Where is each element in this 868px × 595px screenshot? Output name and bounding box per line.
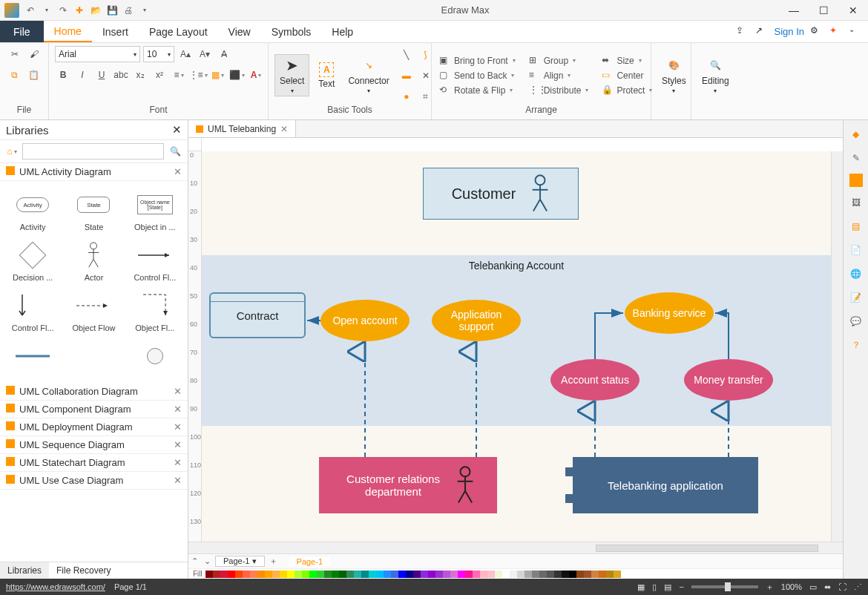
shape-cflow2[interactable]: Control Fl... bbox=[3, 288, 62, 335]
section-close-icon[interactable]: ✕ bbox=[174, 439, 182, 450]
color-swatch[interactable] bbox=[243, 571, 250, 578]
section-close-icon[interactable]: ✕ bbox=[174, 457, 182, 468]
new-icon[interactable]: ✚ bbox=[73, 4, 86, 17]
color-swatch[interactable] bbox=[272, 571, 280, 578]
settings-icon[interactable]: ⚙ bbox=[810, 25, 823, 39]
node-contract[interactable]: Contract bbox=[209, 292, 306, 338]
undo-dropdown-icon[interactable]: ▾ bbox=[40, 4, 53, 17]
brand-icon[interactable]: ✦ bbox=[829, 25, 843, 39]
image-icon[interactable]: 🖼 bbox=[848, 194, 864, 211]
lib-section[interactable]: UML Collaboration Diagram✕ bbox=[0, 383, 188, 401]
color-swatch[interactable] bbox=[339, 571, 346, 578]
color-swatch[interactable] bbox=[450, 571, 458, 578]
color-swatch[interactable] bbox=[235, 571, 243, 578]
undo-icon[interactable]: ↶ bbox=[24, 4, 37, 17]
node-customer[interactable]: Customer bbox=[423, 168, 579, 220]
page-icon[interactable]: 📄 bbox=[848, 242, 864, 258]
tab-view[interactable]: View bbox=[218, 21, 261, 42]
file-menu[interactable]: File bbox=[0, 21, 44, 42]
maximize-button[interactable]: ☐ bbox=[809, 0, 838, 21]
color-swatch[interactable] bbox=[206, 571, 213, 578]
tab-page-layout[interactable]: Page Layout bbox=[139, 21, 218, 42]
node-open-account[interactable]: Open account bbox=[320, 300, 410, 341]
fullscreen-icon[interactable]: ⛶ bbox=[838, 582, 846, 591]
color-swatch[interactable] bbox=[599, 571, 606, 578]
line-spacing-icon[interactable]: ≡ bbox=[171, 67, 187, 83]
shape-state[interactable]: StateState bbox=[64, 187, 123, 234]
font-size-select[interactable]: 10▾ bbox=[143, 46, 174, 62]
size-button[interactable]: ⬌Size bbox=[600, 54, 654, 68]
decrease-font-icon[interactable]: A▾ bbox=[197, 46, 213, 62]
font-name-select[interactable]: Arial▾ bbox=[55, 46, 140, 62]
color-swatch[interactable] bbox=[354, 571, 361, 578]
color-swatch[interactable] bbox=[369, 571, 376, 578]
tab-insert[interactable]: Insert bbox=[92, 21, 139, 42]
align-button[interactable]: ≡Align bbox=[527, 69, 591, 82]
shape-hline[interactable] bbox=[3, 338, 62, 377]
color-swatch[interactable] bbox=[458, 571, 465, 578]
libraries-close-icon[interactable]: ✕ bbox=[172, 123, 182, 137]
color-swatch[interactable] bbox=[213, 571, 220, 578]
color-swatch[interactable] bbox=[421, 571, 428, 578]
distribute-button[interactable]: ⋮⋮Distribute bbox=[527, 84, 591, 97]
layers-icon[interactable]: ▤ bbox=[848, 218, 864, 234]
superscript-icon[interactable]: x² bbox=[151, 67, 168, 83]
bullets-icon[interactable]: ⋮≡ bbox=[190, 67, 206, 83]
color-swatch[interactable] bbox=[361, 571, 369, 578]
lib-section[interactable]: UML Sequence Diagram✕ bbox=[0, 436, 188, 454]
send-to-back[interactable]: ▢Send to Back bbox=[438, 69, 517, 82]
view-mode-3-icon[interactable]: ▤ bbox=[664, 582, 671, 592]
pen-icon[interactable]: ✎ bbox=[848, 150, 864, 166]
color-swatch[interactable] bbox=[220, 571, 228, 578]
color-swatch[interactable] bbox=[309, 571, 317, 578]
bottom-tab-libraries[interactable]: Libraries bbox=[0, 562, 49, 579]
color-swatch[interactable] bbox=[576, 571, 584, 578]
shape-oflow2[interactable]: Object Fl... bbox=[125, 288, 185, 335]
shape-actor[interactable]: Actor bbox=[64, 237, 123, 285]
color-swatch[interactable] bbox=[228, 571, 235, 578]
node-account-status[interactable]: Account status bbox=[550, 359, 640, 401]
color-swatch[interactable] bbox=[302, 571, 309, 578]
fit-page-icon[interactable]: ▭ bbox=[809, 582, 817, 592]
color-swatch[interactable] bbox=[569, 571, 576, 578]
color-swatch[interactable] bbox=[391, 571, 398, 578]
view-mode-2-icon[interactable]: ▯ bbox=[652, 582, 657, 592]
styles-button[interactable]: 🎨Styles▾ bbox=[657, 55, 691, 96]
connector-tool[interactable]: ↘ Connector▾ bbox=[343, 55, 393, 96]
lib-section[interactable]: UML Use Case Diagram✕ bbox=[0, 472, 188, 490]
doc-tab-close-icon[interactable]: ✕ bbox=[280, 124, 288, 134]
color-swatch[interactable] bbox=[428, 571, 435, 578]
comment-icon[interactable]: 💬 bbox=[848, 313, 864, 329]
shape-vline[interactable] bbox=[64, 338, 123, 377]
group-button[interactable]: ⊞Group bbox=[527, 54, 591, 68]
add-page-icon[interactable]: ＋ bbox=[266, 556, 280, 567]
node-tele-app[interactable]: Telebanking application bbox=[573, 457, 758, 513]
save-icon[interactable]: 💾 bbox=[105, 4, 119, 17]
color-swatch[interactable] bbox=[487, 571, 495, 578]
view-mode-1-icon[interactable]: ▦ bbox=[637, 582, 645, 592]
theme-icon[interactable]: ◆ bbox=[848, 126, 864, 142]
section-close-icon[interactable]: ✕ bbox=[174, 404, 182, 415]
format-painter-icon[interactable]: 🖌 bbox=[26, 46, 42, 62]
color-swatch[interactable] bbox=[317, 571, 324, 578]
color-swatch[interactable] bbox=[384, 571, 391, 578]
cut-icon[interactable]: ✂ bbox=[7, 46, 23, 62]
lib-section[interactable]: UML Statechart Diagram✕ bbox=[0, 454, 188, 472]
copy-icon[interactable]: ⧉ bbox=[7, 67, 23, 83]
section-close-icon[interactable]: ✕ bbox=[174, 386, 182, 397]
align-text-icon[interactable]: ▦ bbox=[209, 67, 226, 83]
shape-circle[interactable] bbox=[125, 338, 185, 377]
shape-activity[interactable]: ActivityActivity bbox=[3, 187, 62, 234]
color-swatch[interactable] bbox=[525, 571, 532, 578]
bold-icon[interactable]: B bbox=[55, 67, 71, 83]
page-up-icon[interactable]: ⌃ bbox=[188, 556, 201, 566]
note-icon[interactable]: 📝 bbox=[848, 289, 864, 306]
section-close-icon[interactable]: ✕ bbox=[174, 421, 182, 433]
color-swatch[interactable] bbox=[287, 571, 295, 578]
library-home-icon[interactable]: ⌂ bbox=[4, 144, 19, 159]
close-button[interactable]: ✕ bbox=[838, 0, 868, 21]
color-swatch[interactable] bbox=[435, 571, 443, 578]
color-swatch[interactable] bbox=[517, 571, 525, 578]
color-swatch[interactable] bbox=[606, 571, 614, 578]
lib-section[interactable]: UML Deployment Diagram✕ bbox=[0, 418, 188, 436]
